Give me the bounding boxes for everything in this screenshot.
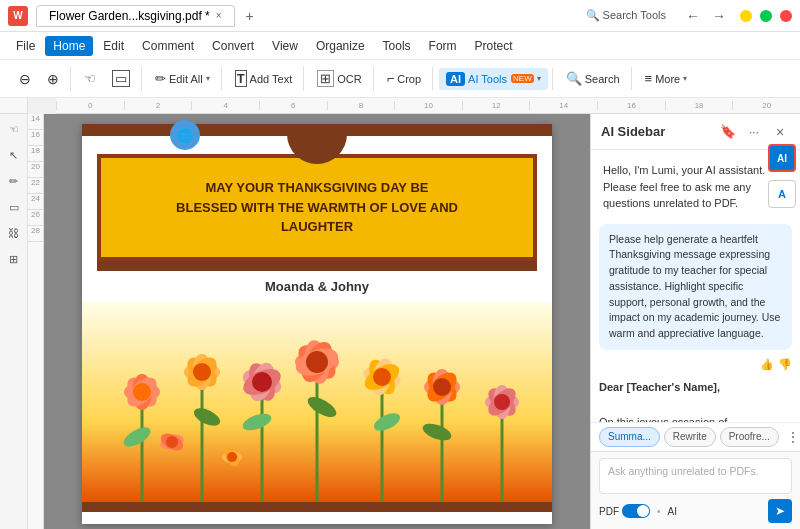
toolbar: ⊖ ⊕ ☜ ▭ ✏ Edit All ▾ T Add Text ⊞ OCR <box>0 60 800 98</box>
zoom-out-icon: ⊖ <box>19 71 31 87</box>
zoom-in-button[interactable]: ⊕ <box>40 67 66 91</box>
menu-bar: File Home Edit Comment Convert View Orga… <box>0 32 800 60</box>
ocr-button[interactable]: ⊞ OCR <box>310 66 368 91</box>
menu-view[interactable]: View <box>264 36 306 56</box>
menu-file[interactable]: File <box>8 36 43 56</box>
proofread-tab[interactable]: Proofre... <box>720 427 779 447</box>
vertical-ruler: 14 16 18 20 22 24 26 28 <box>28 114 44 529</box>
pdf-flowers-svg <box>82 302 552 502</box>
new-tab-button[interactable]: + <box>239 5 261 27</box>
ai-send-button[interactable]: ➤ <box>768 499 792 523</box>
document-tab[interactable]: Flower Garden...ksgiving.pdf * × <box>36 5 235 27</box>
pdf-toggle: PDF <box>599 504 650 518</box>
summarize-tab[interactable]: Summa... <box>599 427 660 447</box>
action-tabs-row: Summa... Rewrite Proofre... ⋮ <box>591 422 800 451</box>
more-button[interactable]: ≡ More ▾ <box>638 67 695 90</box>
ai-active-button[interactable]: AI <box>768 144 796 172</box>
rewrite-tab[interactable]: Rewrite <box>664 427 716 447</box>
sidebar-more-icon[interactable]: ··· <box>744 122 764 142</box>
edit-caret-icon: ▾ <box>206 74 210 83</box>
pdf-signature: Moanda & Johny <box>82 271 552 302</box>
pdf-toggle-switch[interactable] <box>622 504 650 518</box>
tab-title: Flower Garden...ksgiving.pdf * <box>49 9 210 23</box>
sidebar-close-icon[interactable]: × <box>770 122 790 142</box>
hand-tool-button[interactable]: ☜ <box>77 67 103 90</box>
ai-tools-button[interactable]: AI AI Tools NEW ▾ <box>439 68 548 90</box>
left-tool-pen[interactable]: ✏ <box>3 170 25 192</box>
ai-secondary-button[interactable]: A <box>768 180 796 208</box>
ai-icon: AI <box>446 72 465 86</box>
edit-all-button[interactable]: ✏ Edit All ▾ <box>148 67 217 90</box>
app-icon: W <box>8 6 28 26</box>
crop-icon: ⌐ <box>387 71 395 86</box>
hand-icon: ☜ <box>84 71 96 86</box>
ai-response-text: Dear [Teacher's Name], On this joyous oc… <box>599 379 792 422</box>
close-tab-icon[interactable]: × <box>216 10 222 21</box>
nav-forward-icon[interactable]: → <box>712 8 726 24</box>
window-close[interactable] <box>780 10 792 22</box>
window-controls: 🔍 Search Tools ← → <box>586 8 792 24</box>
left-tool-layers[interactable]: ⊞ <box>3 248 25 270</box>
action-tab-more-icon[interactable]: ⋮ <box>783 427 800 447</box>
bookmark-icon[interactable]: 🔖 <box>718 122 738 142</box>
crop-button[interactable]: ⌐ Crop <box>380 67 428 90</box>
horizontal-ruler: 0 2 4 6 8 10 12 14 16 18 20 <box>56 98 800 114</box>
zoom-in-icon: ⊕ <box>47 71 59 87</box>
left-tool-link[interactable]: ⛓ <box>3 222 25 244</box>
more-icon: ≡ <box>645 71 653 86</box>
svg-point-12 <box>133 383 151 401</box>
search-button[interactable]: 🔍 Search <box>559 67 627 90</box>
sidebar-right-icons: AI A <box>764 140 800 212</box>
menu-protect[interactable]: Protect <box>467 36 521 56</box>
svg-point-38 <box>433 378 451 396</box>
add-text-icon: T <box>235 70 247 87</box>
svg-point-43 <box>494 394 510 410</box>
select-icon: ▭ <box>112 70 130 87</box>
thumbs-down-icon[interactable]: 👎 <box>778 358 792 371</box>
pdf-flower-scene <box>82 302 552 502</box>
zoom-out-button[interactable]: ⊖ <box>12 67 38 91</box>
svg-point-46 <box>166 436 178 448</box>
search-tools[interactable]: 🔍 Search Tools <box>586 9 666 22</box>
left-tool-hand[interactable]: ☜ <box>3 118 25 140</box>
ai-input-field[interactable]: Ask anything unrelated to PDFs. <box>599 458 792 494</box>
ai-input-footer: PDF • AI ➤ <box>599 499 792 523</box>
search-icon: 🔍 <box>566 71 582 86</box>
pdf-main-text: MAY YOUR THANKSGIVING DAY BE BLESSED WIT… <box>116 178 518 237</box>
title-bar: W Flower Garden...ksgiving.pdf * × + 🔍 S… <box>0 0 800 32</box>
svg-point-33 <box>373 368 391 386</box>
ruler-corner <box>0 98 28 114</box>
menu-form[interactable]: Form <box>421 36 465 56</box>
left-toolbar: ☜ ↖ ✏ ▭ ⛓ ⊞ <box>0 114 28 529</box>
pdf-brown-band <box>97 261 537 271</box>
thumbs-up-icon[interactable]: 👍 <box>760 358 774 371</box>
left-tool-cursor[interactable]: ↖ <box>3 144 25 166</box>
svg-point-49 <box>227 452 237 462</box>
menu-home[interactable]: Home <box>45 36 93 56</box>
ocr-icon: ⊞ <box>317 70 334 87</box>
window-maximize[interactable] <box>760 10 772 22</box>
feedback-row: 👍 👎 <box>599 358 792 371</box>
sidebar-title: AI Sidebar <box>601 124 712 139</box>
menu-organize[interactable]: Organize <box>308 36 373 56</box>
add-text-button[interactable]: T Add Text <box>228 66 300 91</box>
svg-point-28 <box>306 351 328 373</box>
menu-tools[interactable]: Tools <box>375 36 419 56</box>
left-tool-shapes[interactable]: ▭ <box>3 196 25 218</box>
window-minimize[interactable] <box>740 10 752 22</box>
pdf-page: MAY YOUR THANKSGIVING DAY BE BLESSED WIT… <box>82 124 552 524</box>
svg-point-17 <box>193 363 211 381</box>
translate-button[interactable]: 🌐 <box>170 120 200 150</box>
nav-back-icon[interactable]: ← <box>686 8 700 24</box>
select-tool-button[interactable]: ▭ <box>105 66 137 91</box>
ai-input-area: Ask anything unrelated to PDFs. PDF • AI… <box>591 451 800 529</box>
pdf-canvas-area[interactable]: 🌐 MAY YOUR THANKSGIVING DAY BE BLESSED W… <box>44 114 590 529</box>
ai-tools-caret-icon: ▾ <box>537 74 541 83</box>
ai-sidebar: AI Sidebar 🔖 ··· × AI A Hello, I'm Lumi,… <box>590 114 800 529</box>
edit-icon: ✏ <box>155 71 166 86</box>
menu-edit[interactable]: Edit <box>95 36 132 56</box>
pdf-bottom-bar <box>82 502 552 512</box>
menu-comment[interactable]: Comment <box>134 36 202 56</box>
more-caret-icon: ▾ <box>683 74 687 83</box>
menu-convert[interactable]: Convert <box>204 36 262 56</box>
